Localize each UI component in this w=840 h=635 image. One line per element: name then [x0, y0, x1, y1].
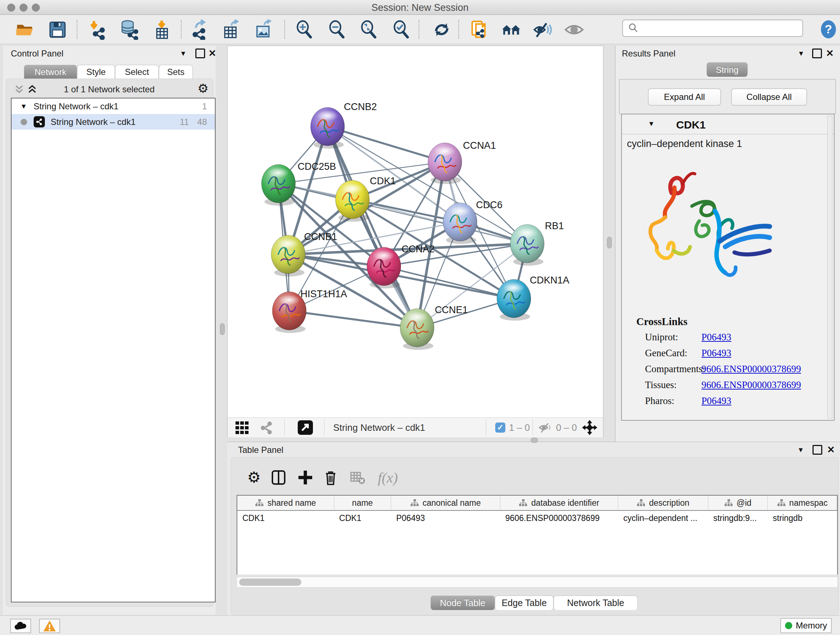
network-row-selected[interactable]: String Network – cdk1 11 48 [11, 114, 215, 130]
import-table-file-icon[interactable] [151, 19, 172, 40]
results-buttons-box: Expand All Collapse All [619, 79, 836, 114]
left-splitter-handle[interactable] [220, 323, 225, 335]
save-session-icon[interactable] [47, 19, 68, 40]
network-collection-row[interactable]: ▼ String Network – cdk1 1 [11, 98, 215, 114]
network-node-cdk1[interactable] [335, 180, 369, 222]
bottom-splitter-handle[interactable] [531, 438, 538, 443]
open-in-new-window-icon[interactable] [298, 420, 313, 435]
expand-all-button[interactable]: Expand All [648, 88, 721, 106]
crosslink-link[interactable]: 9606.ENSP00000378699 [701, 379, 801, 391]
tab-style[interactable]: Style [77, 65, 115, 79]
column-header-namespac[interactable]: namespac [767, 496, 837, 510]
panel-float-icon[interactable] [813, 445, 822, 455]
column-header-shared-name[interactable]: shared name [237, 496, 334, 510]
crosslink-link[interactable]: P06493 [701, 348, 731, 359]
panel-float-icon[interactable] [195, 49, 205, 58]
panel-menu-icon[interactable]: ▼ [797, 447, 804, 453]
zoom-in-icon[interactable] [294, 19, 315, 40]
selected-nodes-checkbox[interactable]: ✓ [495, 423, 505, 432]
import-network-database-icon[interactable] [119, 19, 140, 40]
crosslink-link[interactable]: P06493 [701, 332, 731, 343]
collapse-all-button[interactable]: Collapse All [731, 88, 807, 106]
panel-close-icon[interactable]: ✕ [208, 49, 216, 58]
panel-menu-icon[interactable]: ▼ [180, 50, 187, 57]
add-column-icon[interactable] [296, 468, 315, 487]
first-neighbors-icon[interactable] [501, 19, 522, 40]
node-label-cdc6: CDC6 [476, 200, 502, 211]
network-edge[interactable] [327, 127, 445, 162]
panel-float-icon[interactable] [812, 49, 822, 58]
column-header-@id[interactable]: @id [708, 496, 768, 510]
string-style-toggle-icon[interactable] [259, 421, 274, 435]
zoom-fit-icon[interactable] [358, 19, 379, 40]
memory-label: Memory [796, 621, 827, 631]
panel-menu-icon[interactable]: ▼ [798, 50, 805, 57]
table-hscrollbar-thumb[interactable] [239, 578, 302, 586]
apply-layout-icon[interactable] [431, 19, 452, 40]
right-splitter-handle[interactable] [607, 237, 612, 249]
tab-string[interactable]: String [706, 62, 748, 77]
network-node-ccnb1[interactable] [271, 235, 305, 277]
crosslink-label: Uniprot: [645, 332, 678, 342]
network-edge[interactable] [289, 311, 417, 328]
protein-structure-image [636, 162, 792, 306]
import-network-file-icon[interactable] [87, 19, 108, 40]
delete-column-icon[interactable] [321, 468, 340, 487]
crosslink-link[interactable]: P06493 [701, 395, 731, 407]
panel-close-icon[interactable]: ✕ [827, 445, 835, 454]
search-input[interactable] [642, 21, 802, 35]
network-canvas[interactable]: CCNB2CCNA1CDC25BCDK1CDC6RB1CCNB1CCNA2CDK… [227, 46, 603, 417]
column-header-name[interactable]: name [334, 496, 392, 510]
table-row[interactable]: CDK1CDK1P064939606.ENSP00000378699cyclin… [237, 511, 837, 525]
network-node-cdkn1a[interactable] [497, 279, 531, 321]
network-options-gear-icon[interactable]: ⚙ [197, 82, 208, 95]
crosslink-link[interactable]: 9606.ENSP00000378699 [701, 363, 801, 375]
network-node-cdc6[interactable] [443, 203, 477, 244]
entry-scrollbar[interactable] [827, 116, 832, 418]
graphics-details-icon[interactable] [235, 421, 249, 434]
zoom-selected-icon[interactable] [391, 19, 412, 40]
node-label-hist1h1a: HIST1H1A [301, 288, 347, 299]
export-image-icon[interactable] [254, 19, 275, 40]
entry-collapse-icon[interactable]: ▼ [648, 120, 655, 127]
network-current-dot [21, 119, 27, 125]
table-hscrollbar[interactable] [237, 577, 838, 587]
open-session-icon[interactable] [14, 19, 35, 40]
network-node-ccne1[interactable] [400, 309, 434, 350]
node-label-cdkn1a: CDKN1A [530, 275, 569, 286]
entry-header[interactable]: ▼ CDK1 [622, 114, 834, 134]
node-table: shared namenamecanonical namedatabase id… [237, 495, 838, 575]
birdseye-navigator-icon[interactable] [581, 419, 598, 436]
show-all-icon[interactable] [564, 19, 584, 40]
collection-collapse-icon[interactable]: ▼ [20, 103, 27, 110]
zoom-out-icon[interactable] [326, 19, 347, 40]
tab-select[interactable]: Select [115, 65, 159, 79]
tab-sets[interactable]: Sets [159, 65, 193, 79]
column-header-database-identifier[interactable]: database identifier [500, 496, 618, 510]
column-header-canonical-name[interactable]: canonical name [391, 496, 500, 510]
network-node-ccna1[interactable] [428, 143, 462, 184]
help-icon[interactable]: ? [818, 19, 838, 41]
export-network-icon[interactable] [189, 19, 210, 40]
tab-node-table[interactable]: Node Table [431, 595, 495, 610]
toolbar-separator [77, 20, 77, 39]
network-node-rb1[interactable] [510, 225, 544, 266]
panel-close-icon[interactable]: ✕ [826, 49, 834, 58]
cloud-button[interactable] [10, 619, 31, 633]
warning-button[interactable] [39, 619, 60, 633]
show-columns-icon[interactable] [269, 468, 288, 487]
tab-network[interactable]: Network [24, 65, 77, 79]
export-table-icon[interactable] [221, 19, 242, 40]
function-builder-icon[interactable]: f(x) [373, 468, 402, 487]
memory-button[interactable]: Memory [780, 618, 832, 633]
table-settings-gear-icon[interactable]: ⚙ [245, 468, 264, 487]
tab-network-table[interactable]: Network Table [554, 595, 638, 610]
hide-selected-icon[interactable] [532, 19, 553, 40]
delete-table-icon[interactable] [348, 468, 367, 487]
new-network-from-selection-icon[interactable] [470, 19, 491, 40]
network-view-title: String Network – cdk1 [333, 422, 425, 433]
column-header-description[interactable]: description [618, 496, 708, 510]
network-node-ccnb2[interactable] [311, 108, 345, 149]
network-node-cdc25b[interactable] [262, 165, 295, 206]
tab-edge-table[interactable]: Edge Table [495, 595, 554, 610]
